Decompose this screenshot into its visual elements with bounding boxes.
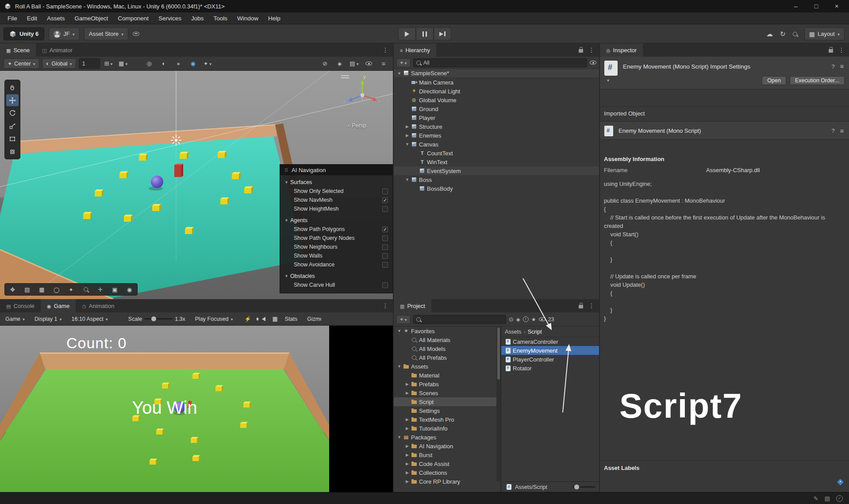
lock-icon[interactable] [829,49,833,53]
cloud-icon[interactable] [766,30,773,38]
foldout-arrow-icon[interactable]: ▶ [404,470,410,475]
project-tree-row[interactable]: ▶ Code Assist [394,459,500,468]
hierarchy-row[interactable]: Main Camera [394,78,599,87]
foldout-arrow-icon[interactable]: ▼ [404,177,410,182]
foldout-arrow-icon[interactable]: ▶ [404,462,410,466]
project-tree-scrollbar[interactable] [496,327,500,481]
overlay-drag-handle[interactable] [341,75,349,78]
mute-audio-icon[interactable] [262,317,265,321]
foldout-arrow-icon[interactable]: ▼ [396,329,402,333]
panel-menu-icon[interactable] [382,46,388,54]
project-tree-row[interactable]: ▶ AI Navigation [394,442,500,450]
audio-mute-button[interactable] [319,58,331,69]
foldout-arrow-icon[interactable]: ▼ [396,435,402,439]
asset-label-tag-icon[interactable] [837,479,844,486]
tab-inspector[interactable]: Inspector [600,43,643,57]
grid-icon[interactable] [35,285,49,294]
tool-handle-dropdown[interactable]: Center [4,58,39,69]
slider-knob[interactable] [151,316,156,321]
tab[interactable]: Animator [36,43,78,57]
ai-row[interactable]: Show Avoidance [280,260,392,269]
layout-dropdown[interactable]: Layout [804,27,845,40]
game-viewport[interactable]: Count: 0 You Win [0,326,393,492]
display-target-dropdown[interactable]: Display 1 [32,315,64,323]
panel-menu-icon[interactable] [382,302,388,309]
step-button[interactable] [434,27,451,40]
foldout-arrow-icon[interactable]: ▼ [404,142,410,146]
import-alert-icon[interactable] [523,316,529,322]
breadcrumb-current[interactable]: Script [528,329,542,335]
checkbox[interactable]: ✓ [382,227,388,232]
menu-item[interactable]: Window [232,13,263,23]
ai-row[interactable]: ▼ Surfaces [280,178,392,187]
sphere-icon[interactable] [50,285,63,294]
project-tree-row[interactable]: ▶ TutorialInfo [394,424,500,433]
tab[interactable]: Game [41,299,76,312]
plugin-link-icon[interactable] [133,32,139,36]
hierarchy-row[interactable]: Directional Light [394,87,599,96]
project-tree-row[interactable]: ▼ Favorites [394,327,500,335]
camera-toggle-button[interactable] [187,58,199,69]
project-tree-row[interactable]: ▶ Prefabs [394,380,500,389]
hierarchy-row[interactable]: Global Volume [394,96,599,104]
component-tools-button[interactable] [334,58,346,69]
overflow-menu-button[interactable] [377,58,389,69]
axes-icon[interactable] [93,285,107,294]
maximize-button[interactable] [812,3,821,10]
menu-item[interactable]: Component [113,13,154,23]
display-mode-dropdown[interactable]: Game [3,315,27,323]
play-button[interactable] [398,27,416,40]
foldout-arrow-icon[interactable]: ▶ [404,444,410,448]
open-button[interactable]: Open [762,76,786,85]
ai-row[interactable]: Show Carve Hull [280,281,392,289]
panel-menu-icon[interactable] [588,302,595,309]
presets-icon[interactable] [840,127,844,135]
ai-row[interactable]: Show Path Query Nodes [280,234,392,242]
checkbox[interactable] [382,189,388,194]
layers-icon[interactable] [20,285,34,294]
hierarchy-search-input[interactable]: All [413,58,587,67]
project-search-input[interactable] [413,315,506,324]
scale-slider[interactable] [144,318,173,319]
menu-item[interactable]: Jobs [186,13,209,23]
foldout-arrow-icon[interactable]: ▶ [404,382,410,386]
asset-row[interactable]: Rotator [501,364,599,373]
ai-row[interactable]: ▼ Agents [280,216,392,225]
create-asset-button[interactable] [396,315,411,324]
tab-project[interactable]: Project [394,299,431,312]
menu-item[interactable]: Edit [22,13,42,23]
move-snap-icon[interactable] [6,285,19,294]
search-by-label-icon[interactable] [516,316,520,323]
tab[interactable]: Console [0,299,41,312]
asset-row[interactable]: PlayerController [501,355,599,364]
ai-row[interactable]: ▼ Obstacles [280,272,392,281]
rotate-tool-button[interactable] [6,107,19,119]
help-icon[interactable]: ? [832,127,835,135]
project-tree-row[interactable]: Script [394,397,500,406]
foldout-arrow-icon[interactable]: ▶ [404,426,410,431]
checkbox[interactable] [382,235,388,241]
asset-store-button[interactable]: Asset Store [84,27,128,40]
project-tree-row[interactable]: All Models [394,344,500,353]
code-editor-status-icon[interactable] [814,495,818,502]
grid-snap-button[interactable] [103,58,115,69]
menu-item[interactable]: Help [263,13,285,23]
help-icon[interactable]: ? [832,63,835,70]
minimize-button[interactable] [791,3,800,10]
project-tree-row[interactable]: Settings [394,406,500,415]
effects-dropdown[interactable] [202,58,214,69]
perspective-gizmo-label[interactable]: Persp [348,122,366,129]
hierarchy-row[interactable]: ▶ Structure [394,122,599,131]
create-object-button[interactable] [396,58,411,67]
hidden-count-eye-icon[interactable] [539,317,546,321]
hierarchy-row[interactable]: ▼ Canvas [394,140,599,149]
checkbox[interactable] [382,244,388,250]
thumbnail-zoom-slider[interactable] [572,486,595,488]
shading-button[interactable] [158,58,170,69]
menu-item[interactable]: File [3,13,22,23]
tab[interactable]: Scene [0,43,36,57]
ai-row[interactable]: Show Walls [280,251,392,260]
hierarchy-row[interactable]: ▼ SampleScene* [394,69,599,78]
brush-icon[interactable] [64,285,78,294]
console-status-icon[interactable] [825,495,830,502]
